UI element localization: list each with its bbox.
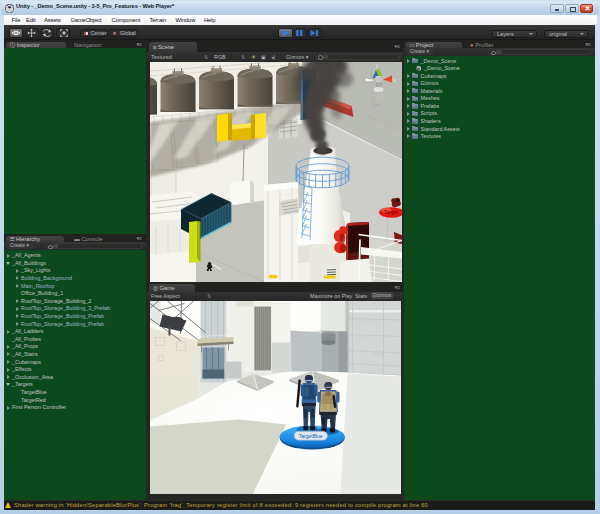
svg-text:Iso: Iso (374, 101, 381, 107)
svg-text:Target: Target (384, 209, 399, 215)
svg-text:TargetBlue: TargetBlue (298, 433, 322, 439)
